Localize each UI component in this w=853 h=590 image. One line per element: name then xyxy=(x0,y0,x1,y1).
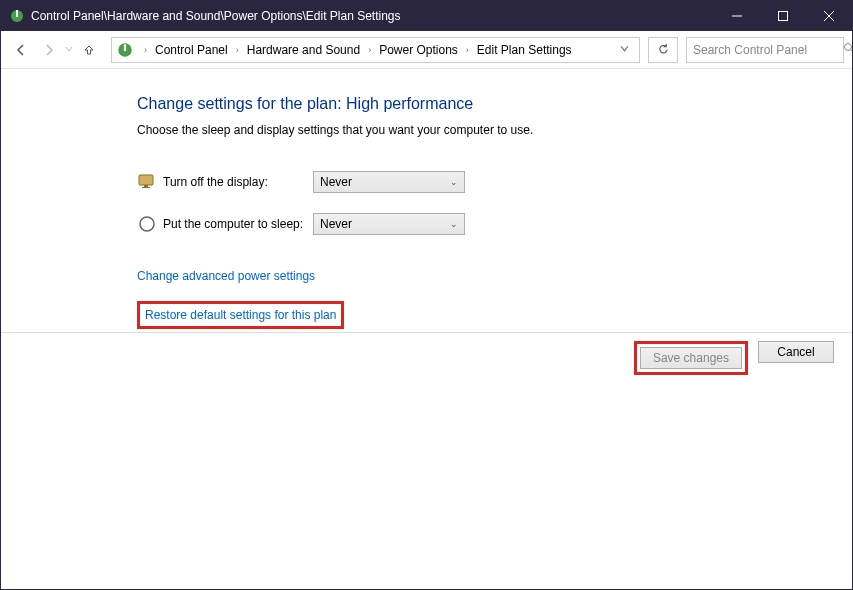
titlebar-path: Control Panel\Hardware and Sound\Power O… xyxy=(31,9,714,23)
svg-point-8 xyxy=(845,44,852,51)
refresh-button[interactable] xyxy=(648,37,678,63)
sleep-label: Put the computer to sleep: xyxy=(163,217,313,231)
highlight-annotation: Save changes xyxy=(634,341,748,375)
titlebar: Control Panel\Hardware and Sound\Power O… xyxy=(1,1,852,31)
footer-buttons: Save changes Cancel xyxy=(1,332,852,383)
cancel-button[interactable]: Cancel xyxy=(758,341,834,363)
svg-rect-7 xyxy=(124,44,126,51)
display-off-label: Turn off the display: xyxy=(163,175,313,189)
display-off-dropdown[interactable]: Never ⌄ xyxy=(313,171,465,193)
sleep-value: Never xyxy=(320,217,352,231)
breadcrumb-item[interactable]: Power Options xyxy=(377,43,460,57)
save-button[interactable]: Save changes xyxy=(640,347,742,369)
close-button[interactable] xyxy=(806,1,852,31)
breadcrumb-item[interactable]: Edit Plan Settings xyxy=(475,43,574,57)
forward-button[interactable] xyxy=(37,38,61,62)
monitor-icon xyxy=(137,172,157,192)
page-subtext: Choose the sleep and display settings th… xyxy=(137,123,852,137)
window-controls xyxy=(714,1,852,31)
svg-rect-11 xyxy=(144,185,148,187)
breadcrumb-item[interactable]: Control Panel xyxy=(153,43,230,57)
svg-rect-12 xyxy=(142,187,150,188)
chevron-right-icon[interactable]: › xyxy=(140,45,151,55)
navbar: › Control Panel › Hardware and Sound › P… xyxy=(1,31,852,69)
restore-defaults-link[interactable]: Restore default settings for this plan xyxy=(145,308,336,322)
chevron-down-icon: ⌄ xyxy=(450,219,458,229)
svg-rect-3 xyxy=(779,12,788,21)
display-off-value: Never xyxy=(320,175,352,189)
page-heading: Change settings for the plan: High perfo… xyxy=(137,95,852,113)
minimize-button[interactable] xyxy=(714,1,760,31)
moon-icon xyxy=(137,214,157,234)
highlight-annotation: Restore default settings for this plan xyxy=(137,301,344,329)
sleep-row: Put the computer to sleep: Never ⌄ xyxy=(137,213,852,235)
chevron-right-icon[interactable]: › xyxy=(364,45,375,55)
svg-rect-1 xyxy=(16,10,18,17)
back-button[interactable] xyxy=(9,38,33,62)
breadcrumb-item[interactable]: Hardware and Sound xyxy=(245,43,362,57)
chevron-right-icon[interactable]: › xyxy=(232,45,243,55)
search-icon[interactable] xyxy=(843,42,853,57)
advanced-settings-link[interactable]: Change advanced power settings xyxy=(137,269,852,283)
address-dropdown-icon[interactable] xyxy=(614,44,635,55)
content-area: Change settings for the plan: High perfo… xyxy=(1,69,852,329)
chevron-down-icon: ⌄ xyxy=(450,177,458,187)
recent-dropdown-icon[interactable] xyxy=(65,44,73,55)
search-input[interactable] xyxy=(693,43,843,57)
chevron-right-icon[interactable]: › xyxy=(462,45,473,55)
display-off-row: Turn off the display: Never ⌄ xyxy=(137,171,852,193)
app-icon xyxy=(9,8,25,24)
svg-point-13 xyxy=(140,217,154,231)
search-box[interactable] xyxy=(686,37,844,63)
up-button[interactable] xyxy=(77,38,101,62)
sleep-dropdown[interactable]: Never ⌄ xyxy=(313,213,465,235)
power-options-icon xyxy=(116,41,134,59)
maximize-button[interactable] xyxy=(760,1,806,31)
address-bar[interactable]: › Control Panel › Hardware and Sound › P… xyxy=(111,37,640,63)
svg-rect-10 xyxy=(139,175,153,185)
